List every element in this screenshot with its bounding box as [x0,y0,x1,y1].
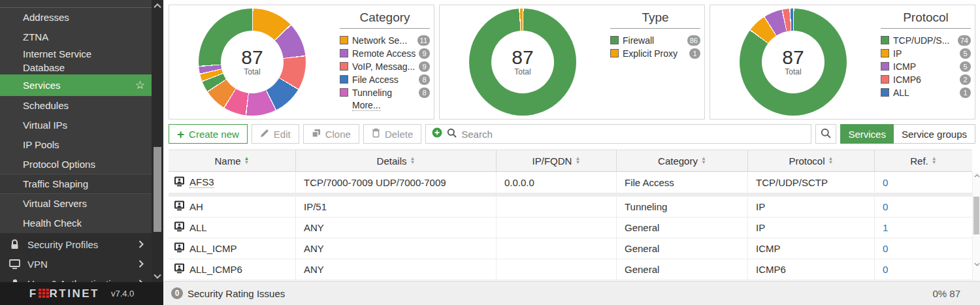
search-submit-button[interactable] [815,124,836,144]
legend-item[interactable]: Explicit Proxy 1 [610,47,700,59]
legend-item[interactable]: ICMP6 2 [881,73,971,86]
fortinet-logo: F RTINET [29,287,99,300]
sidebar-item-ip-pools[interactable]: IP Pools [0,135,152,155]
legend-item[interactable]: Network Se... 11 [340,34,430,46]
favorite-star-icon[interactable]: ☆ [135,74,145,96]
column-header-protocol[interactable]: Protocol ▲▼ [748,150,875,171]
chart-title: Category [340,10,430,29]
ref-count-link[interactable]: 1 [883,222,888,233]
fortinet-logo-grid-icon [39,289,49,298]
type-chart-card: 87 Total Type Firewall 86 Explicit Proxy… [439,5,705,120]
legend-item[interactable]: Firewall 86 [610,34,700,46]
plus-icon: + [177,128,184,140]
legend-item[interactable]: File Access 8 [340,73,430,86]
sort-icon: ▲▼ [701,157,706,165]
column-header-name[interactable]: Name ▲▼ [169,150,296,171]
service-details: IP/51 [296,197,497,217]
status-bar: 0 Security Rating Issues 0% 87 [163,281,980,305]
sidebar-item-addresses[interactable]: Addresses [0,8,152,27]
legend-swatch [610,36,619,44]
service-name: AFS3 [189,176,214,188]
scroll-down-icon[interactable] [973,261,980,268]
count-badge: 8 [419,74,430,85]
sidebar-item-virtual-ips[interactable]: Virtual IPs [0,116,152,135]
table-row[interactable]: ALL_ICMP6 ANY General ICMP6 0 [169,259,972,280]
table-row[interactable]: AFS3 TCP/7000-7009 UDP/7000-7009 0.0.0.0… [169,172,972,193]
column-label: IP/FQDN [532,155,572,167]
sidebar-item-virtual-servers[interactable]: Virtual Servers [0,194,152,214]
sidebar-item-internet-service-database[interactable]: Internet Service Database [0,47,152,74]
table-scrollbar[interactable] [972,172,980,280]
legend-label: Firewall [623,35,687,46]
sidebar-item-health-check[interactable]: Health Check [0,214,152,233]
create-new-label: Create new [189,129,239,140]
count-badge: 2 [960,74,971,85]
legend-item[interactable]: ALL 1 [881,86,971,99]
column-header-ref[interactable]: Ref. ▲▼ [875,150,972,171]
protocol-donut-chart[interactable]: 87 Total [740,8,847,116]
security-rating-issues-link[interactable]: Security Rating Issues [188,288,285,299]
service-protocol: IP [748,197,875,217]
tab-service-groups[interactable]: Service groups [894,124,975,144]
search-icon [447,128,457,140]
table-row[interactable]: ALL ANY General IP 1 [169,217,972,238]
ref-count-link[interactable]: 0 [883,177,888,188]
legend-item[interactable]: Tunneling 8 [340,86,430,99]
sidebar-item-ztna[interactable]: ZTNA [0,27,152,47]
ref-count-link[interactable]: 0 [883,201,888,212]
service-details: ANY [296,238,497,259]
tab-services[interactable]: Services [840,124,894,144]
sidebar-item-protocol-options[interactable]: Protocol Options [0,155,152,174]
column-label: Category [658,155,698,167]
sidebar-item-traffic-shaping[interactable]: Traffic Shaping [0,174,152,194]
legend-item[interactable]: TCP/UDP/S... 74 [881,34,971,46]
legend-label: Network Se... [352,35,417,46]
search-box[interactable] [425,124,811,144]
sidebar-section-label: VPN [27,259,139,270]
search-input[interactable] [461,129,805,140]
count-badge: 9 [419,61,430,72]
type-legend: Type Firewall 86 Explicit Proxy 1 [610,10,700,60]
edit-label: Edit [274,129,291,140]
legend-swatch [881,62,889,71]
sidebar-scrollbar[interactable] [152,0,163,282]
legend-item[interactable]: Remote Access 9 [340,47,430,59]
service-icon [174,176,186,189]
legend-more-link[interactable]: More... [352,100,381,111]
legend-item[interactable]: ICMP 5 [881,60,971,72]
add-filter-icon[interactable] [432,127,442,140]
count-badge: 11 [417,35,430,46]
donut-center: 87 Total [491,31,554,93]
create-new-button[interactable]: + Create new [169,124,248,144]
column-header-details[interactable]: Details ▲▼ [296,150,497,171]
sidebar-item-security-profiles[interactable]: Security Profiles [0,234,152,254]
legend-item[interactable]: VoIP, Messag... 9 [340,60,430,72]
scrollbar-thumb[interactable] [154,147,161,232]
legend-item[interactable]: IP 5 [881,47,971,59]
service-ip-fqdn [497,238,617,259]
sidebar-item-schedules[interactable]: Schedules [0,96,152,116]
ref-count-link[interactable]: 0 [883,243,888,254]
clone-button[interactable]: Clone [303,124,359,144]
edit-button[interactable]: Edit [252,124,299,144]
service-details: ANY [296,259,497,280]
column-header-category[interactable]: Category ▲▼ [617,150,748,171]
legend-label: ICMP [893,61,960,72]
sidebar-item-services[interactable]: Services ☆ [0,74,152,96]
delete-button[interactable]: Delete [363,124,421,144]
scroll-up-icon[interactable] [973,172,980,180]
service-name: ALL_ICMP [189,243,237,254]
sidebar-item-vpn[interactable]: VPN [0,254,152,274]
type-donut-chart[interactable]: 87 Total [469,8,576,116]
scroll-up-icon[interactable] [153,1,162,10]
column-label: Protocol [789,155,825,167]
ref-count-link[interactable]: 0 [883,264,888,275]
table-row[interactable]: AH IP/51 Tunneling IP 0 [169,197,972,217]
column-header-ip-fqdn[interactable]: IP/FQDN ▲▼ [497,150,617,171]
main-content: 87 Total Category Network Se... 11 Remot… [163,0,980,305]
scroll-down-icon[interactable] [153,272,162,281]
category-donut-chart[interactable]: 87 Total [199,8,306,116]
service-details: ANY [296,217,497,238]
table-row[interactable]: ALL_ICMP ANY General ICMP 0 [169,238,972,259]
scrollbar-thumb[interactable] [973,197,979,234]
